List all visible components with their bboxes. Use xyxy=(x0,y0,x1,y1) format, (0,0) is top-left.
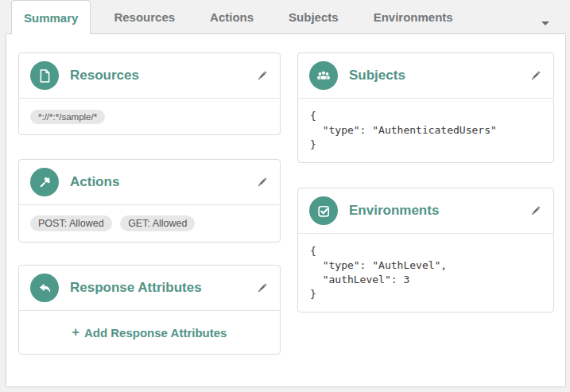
tab-actions[interactable]: Actions xyxy=(198,0,266,33)
edit-resources-button[interactable] xyxy=(254,68,269,83)
resources-card-body: *://*:*/sample/* xyxy=(19,99,280,134)
plus-icon: + xyxy=(72,325,79,340)
tab-bar: Summary Resources Actions Subjects Envir… xyxy=(0,0,570,33)
environments-card-title: Environments xyxy=(349,203,439,219)
pencil-icon xyxy=(529,205,541,217)
summary-columns: Resources *://*:*/sample/* xyxy=(18,52,553,355)
edit-subjects-button[interactable] xyxy=(528,68,542,83)
subjects-card: Subjects { "type": "AuthenticatedUsers" … xyxy=(297,52,554,163)
check-square-icon xyxy=(309,196,338,225)
tab-subjects[interactable]: Subjects xyxy=(277,0,351,33)
subjects-card-body: { "type": "AuthenticatedUsers" } xyxy=(298,99,553,162)
subjects-card-header: Subjects xyxy=(298,53,553,99)
actions-card-header: Actions xyxy=(19,160,280,205)
edit-response-attributes-button[interactable] xyxy=(254,281,269,295)
response-attributes-card-title: Response Attributes xyxy=(70,280,202,296)
environments-card-header: Environments xyxy=(298,188,553,234)
pencil-icon xyxy=(256,282,268,294)
users-icon xyxy=(309,61,338,90)
right-column: Subjects { "type": "AuthenticatedUsers" … xyxy=(297,52,554,355)
resources-card: Resources *://*:*/sample/* xyxy=(18,52,281,135)
subjects-card-title: Subjects xyxy=(349,68,405,83)
edit-actions-button[interactable] xyxy=(254,175,269,189)
actions-card-title: Actions xyxy=(70,174,119,190)
file-icon xyxy=(30,61,59,90)
environments-card-body: { "type": "AuthLevel", "authLevel": 3 } xyxy=(298,234,553,312)
tab-environments[interactable]: Environments xyxy=(362,0,465,33)
tab-resources[interactable]: Resources xyxy=(102,0,187,33)
pencil-icon xyxy=(256,177,268,188)
caret-down-icon xyxy=(541,21,549,25)
response-attributes-card: Response Attributes + xyxy=(18,265,281,355)
tabs-overflow-button[interactable] xyxy=(541,19,550,27)
action-badge: GET: Allowed xyxy=(120,215,195,231)
gavel-icon xyxy=(30,168,59,196)
subjects-json: { "type": "AuthenticatedUsers" } xyxy=(310,109,541,152)
resources-card-header: Resources xyxy=(19,53,280,99)
environments-card: Environments { "type": "AuthLevel", "au xyxy=(297,188,554,312)
response-attributes-card-body: + Add Response Attributes xyxy=(19,311,280,354)
actions-card: Actions POST: Allowed GET: Allowe xyxy=(18,159,281,243)
response-attributes-card-header: Response Attributes xyxy=(19,266,280,311)
resource-badge: *://*:*/sample/* xyxy=(30,110,105,124)
actions-card-body: POST: Allowed GET: Allowed xyxy=(19,205,280,242)
environments-json: { "type": "AuthLevel", "authLevel": 3 } xyxy=(310,244,541,301)
resources-card-title: Resources xyxy=(70,68,139,83)
pencil-icon xyxy=(529,70,541,82)
tab-summary[interactable]: Summary xyxy=(11,0,91,34)
pencil-icon xyxy=(256,70,268,82)
add-response-attributes-label: Add Response Attributes xyxy=(84,326,227,340)
action-badge: POST: Allowed xyxy=(30,215,112,231)
reply-arrow-icon xyxy=(30,274,59,302)
left-column: Resources *://*:*/sample/* xyxy=(18,52,281,355)
content-panel: Resources *://*:*/sample/* xyxy=(6,33,566,387)
edit-environments-button[interactable] xyxy=(528,204,542,218)
add-response-attributes-button[interactable]: + Add Response Attributes xyxy=(72,325,227,340)
